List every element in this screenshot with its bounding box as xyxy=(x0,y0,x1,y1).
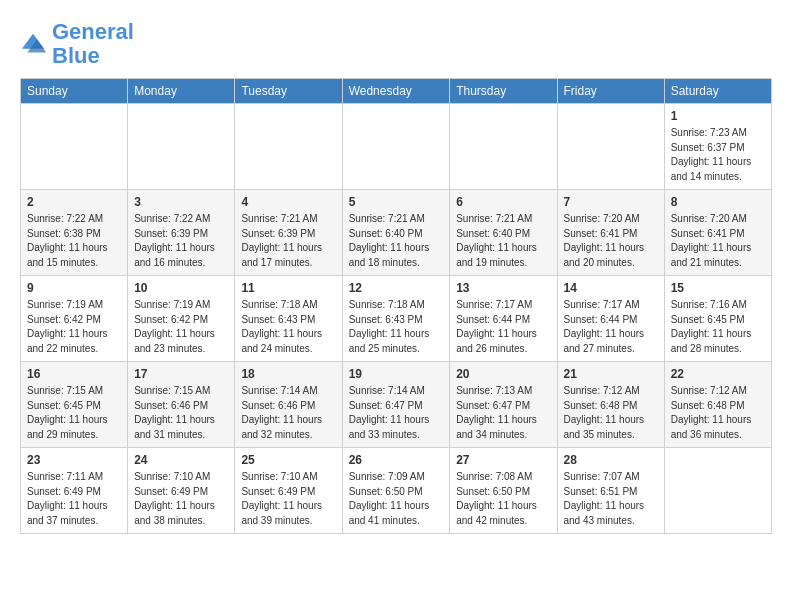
day-number: 10 xyxy=(134,281,228,295)
day-number: 28 xyxy=(564,453,658,467)
day-info: Sunrise: 7:22 AMSunset: 6:38 PMDaylight:… xyxy=(27,212,121,270)
calendar-week-1: 1Sunrise: 7:23 AMSunset: 6:37 PMDaylight… xyxy=(21,104,772,190)
day-info: Sunrise: 7:11 AMSunset: 6:49 PMDaylight:… xyxy=(27,470,121,528)
calendar-cell: 16Sunrise: 7:15 AMSunset: 6:45 PMDayligh… xyxy=(21,362,128,448)
day-info: Sunrise: 7:17 AMSunset: 6:44 PMDaylight:… xyxy=(456,298,550,356)
day-number: 7 xyxy=(564,195,658,209)
day-number: 13 xyxy=(456,281,550,295)
day-number: 23 xyxy=(27,453,121,467)
calendar-cell: 20Sunrise: 7:13 AMSunset: 6:47 PMDayligh… xyxy=(450,362,557,448)
logo: General Blue xyxy=(20,20,134,68)
weekday-header-monday: Monday xyxy=(128,79,235,104)
day-number: 2 xyxy=(27,195,121,209)
day-number: 16 xyxy=(27,367,121,381)
calendar-week-2: 2Sunrise: 7:22 AMSunset: 6:38 PMDaylight… xyxy=(21,190,772,276)
weekday-header-tuesday: Tuesday xyxy=(235,79,342,104)
day-number: 3 xyxy=(134,195,228,209)
calendar-cell: 6Sunrise: 7:21 AMSunset: 6:40 PMDaylight… xyxy=(450,190,557,276)
day-info: Sunrise: 7:20 AMSunset: 6:41 PMDaylight:… xyxy=(564,212,658,270)
day-info: Sunrise: 7:18 AMSunset: 6:43 PMDaylight:… xyxy=(349,298,444,356)
day-info: Sunrise: 7:14 AMSunset: 6:46 PMDaylight:… xyxy=(241,384,335,442)
calendar-cell: 17Sunrise: 7:15 AMSunset: 6:46 PMDayligh… xyxy=(128,362,235,448)
day-info: Sunrise: 7:07 AMSunset: 6:51 PMDaylight:… xyxy=(564,470,658,528)
day-number: 9 xyxy=(27,281,121,295)
day-number: 21 xyxy=(564,367,658,381)
day-number: 22 xyxy=(671,367,765,381)
calendar-cell xyxy=(664,448,771,534)
day-number: 19 xyxy=(349,367,444,381)
calendar-cell: 26Sunrise: 7:09 AMSunset: 6:50 PMDayligh… xyxy=(342,448,450,534)
calendar-cell: 3Sunrise: 7:22 AMSunset: 6:39 PMDaylight… xyxy=(128,190,235,276)
calendar-cell: 19Sunrise: 7:14 AMSunset: 6:47 PMDayligh… xyxy=(342,362,450,448)
calendar-cell: 25Sunrise: 7:10 AMSunset: 6:49 PMDayligh… xyxy=(235,448,342,534)
day-info: Sunrise: 7:19 AMSunset: 6:42 PMDaylight:… xyxy=(134,298,228,356)
calendar-table: SundayMondayTuesdayWednesdayThursdayFrid… xyxy=(20,78,772,534)
day-number: 20 xyxy=(456,367,550,381)
day-number: 25 xyxy=(241,453,335,467)
calendar-cell: 22Sunrise: 7:12 AMSunset: 6:48 PMDayligh… xyxy=(664,362,771,448)
calendar-week-5: 23Sunrise: 7:11 AMSunset: 6:49 PMDayligh… xyxy=(21,448,772,534)
calendar-cell: 27Sunrise: 7:08 AMSunset: 6:50 PMDayligh… xyxy=(450,448,557,534)
calendar-cell: 15Sunrise: 7:16 AMSunset: 6:45 PMDayligh… xyxy=(664,276,771,362)
weekday-header-friday: Friday xyxy=(557,79,664,104)
weekday-header-sunday: Sunday xyxy=(21,79,128,104)
day-number: 12 xyxy=(349,281,444,295)
day-info: Sunrise: 7:12 AMSunset: 6:48 PMDaylight:… xyxy=(564,384,658,442)
calendar-cell: 4Sunrise: 7:21 AMSunset: 6:39 PMDaylight… xyxy=(235,190,342,276)
calendar-cell xyxy=(235,104,342,190)
day-info: Sunrise: 7:14 AMSunset: 6:47 PMDaylight:… xyxy=(349,384,444,442)
calendar-cell: 21Sunrise: 7:12 AMSunset: 6:48 PMDayligh… xyxy=(557,362,664,448)
day-info: Sunrise: 7:20 AMSunset: 6:41 PMDaylight:… xyxy=(671,212,765,270)
day-info: Sunrise: 7:19 AMSunset: 6:42 PMDaylight:… xyxy=(27,298,121,356)
day-info: Sunrise: 7:10 AMSunset: 6:49 PMDaylight:… xyxy=(241,470,335,528)
day-number: 15 xyxy=(671,281,765,295)
calendar-cell: 8Sunrise: 7:20 AMSunset: 6:41 PMDaylight… xyxy=(664,190,771,276)
page-header: General Blue xyxy=(20,20,772,68)
calendar-cell: 11Sunrise: 7:18 AMSunset: 6:43 PMDayligh… xyxy=(235,276,342,362)
calendar-cell: 10Sunrise: 7:19 AMSunset: 6:42 PMDayligh… xyxy=(128,276,235,362)
day-number: 1 xyxy=(671,109,765,123)
calendar-header-row: SundayMondayTuesdayWednesdayThursdayFrid… xyxy=(21,79,772,104)
day-info: Sunrise: 7:12 AMSunset: 6:48 PMDaylight:… xyxy=(671,384,765,442)
day-number: 14 xyxy=(564,281,658,295)
day-info: Sunrise: 7:10 AMSunset: 6:49 PMDaylight:… xyxy=(134,470,228,528)
weekday-header-wednesday: Wednesday xyxy=(342,79,450,104)
day-info: Sunrise: 7:13 AMSunset: 6:47 PMDaylight:… xyxy=(456,384,550,442)
calendar-cell: 13Sunrise: 7:17 AMSunset: 6:44 PMDayligh… xyxy=(450,276,557,362)
day-number: 26 xyxy=(349,453,444,467)
calendar-body: 1Sunrise: 7:23 AMSunset: 6:37 PMDaylight… xyxy=(21,104,772,534)
day-info: Sunrise: 7:15 AMSunset: 6:45 PMDaylight:… xyxy=(27,384,121,442)
calendar-cell xyxy=(557,104,664,190)
calendar-cell: 18Sunrise: 7:14 AMSunset: 6:46 PMDayligh… xyxy=(235,362,342,448)
day-number: 8 xyxy=(671,195,765,209)
calendar-cell xyxy=(342,104,450,190)
calendar-cell xyxy=(21,104,128,190)
day-number: 24 xyxy=(134,453,228,467)
calendar-cell xyxy=(128,104,235,190)
calendar-week-4: 16Sunrise: 7:15 AMSunset: 6:45 PMDayligh… xyxy=(21,362,772,448)
day-number: 17 xyxy=(134,367,228,381)
calendar-cell: 14Sunrise: 7:17 AMSunset: 6:44 PMDayligh… xyxy=(557,276,664,362)
calendar-cell: 23Sunrise: 7:11 AMSunset: 6:49 PMDayligh… xyxy=(21,448,128,534)
day-info: Sunrise: 7:18 AMSunset: 6:43 PMDaylight:… xyxy=(241,298,335,356)
calendar-cell: 24Sunrise: 7:10 AMSunset: 6:49 PMDayligh… xyxy=(128,448,235,534)
day-info: Sunrise: 7:17 AMSunset: 6:44 PMDaylight:… xyxy=(564,298,658,356)
day-info: Sunrise: 7:21 AMSunset: 6:39 PMDaylight:… xyxy=(241,212,335,270)
weekday-header-saturday: Saturday xyxy=(664,79,771,104)
calendar-cell: 12Sunrise: 7:18 AMSunset: 6:43 PMDayligh… xyxy=(342,276,450,362)
day-info: Sunrise: 7:21 AMSunset: 6:40 PMDaylight:… xyxy=(456,212,550,270)
calendar-cell: 1Sunrise: 7:23 AMSunset: 6:37 PMDaylight… xyxy=(664,104,771,190)
calendar-cell: 7Sunrise: 7:20 AMSunset: 6:41 PMDaylight… xyxy=(557,190,664,276)
calendar-week-3: 9Sunrise: 7:19 AMSunset: 6:42 PMDaylight… xyxy=(21,276,772,362)
calendar-cell xyxy=(450,104,557,190)
calendar-cell: 2Sunrise: 7:22 AMSunset: 6:38 PMDaylight… xyxy=(21,190,128,276)
day-info: Sunrise: 7:08 AMSunset: 6:50 PMDaylight:… xyxy=(456,470,550,528)
day-number: 4 xyxy=(241,195,335,209)
weekday-header-thursday: Thursday xyxy=(450,79,557,104)
day-number: 6 xyxy=(456,195,550,209)
logo-text: General Blue xyxy=(52,20,134,68)
calendar-cell: 5Sunrise: 7:21 AMSunset: 6:40 PMDaylight… xyxy=(342,190,450,276)
calendar-cell: 28Sunrise: 7:07 AMSunset: 6:51 PMDayligh… xyxy=(557,448,664,534)
day-number: 5 xyxy=(349,195,444,209)
day-number: 11 xyxy=(241,281,335,295)
